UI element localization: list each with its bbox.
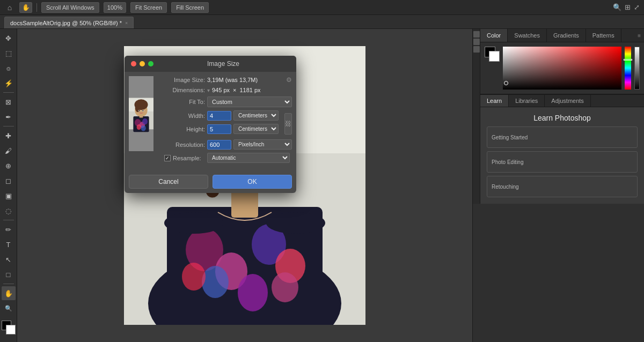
panel-collapse: ≡ bbox=[638, 29, 644, 42]
gear-icon[interactable]: ⚙ bbox=[286, 76, 292, 84]
side-icon-2[interactable] bbox=[473, 39, 480, 45]
ok-button[interactable]: OK bbox=[213, 175, 292, 189]
dim-arrow[interactable]: ▾ bbox=[207, 87, 210, 93]
height-row: Height: Centimeters Inches Pixels bbox=[162, 124, 282, 134]
fit-screen-btn[interactable]: Fit Screen bbox=[130, 2, 167, 13]
fit-to-select[interactable]: Custom Original Size Letter A4 bbox=[207, 96, 292, 107]
tab-bar: docsSampleAltOrig.jpg @ 50% (RGB/8#) * × bbox=[0, 15, 644, 29]
height-unit-select[interactable]: Centimeters Inches Pixels bbox=[233, 124, 279, 134]
fit-to-row: Fit To: Custom Original Size Letter A4 bbox=[162, 96, 292, 107]
dialog-maximize-dot[interactable] bbox=[148, 61, 153, 66]
hand-tool[interactable]: ✋ bbox=[2, 286, 16, 300]
home-icon[interactable]: ⌂ bbox=[4, 2, 15, 13]
scroll-all-windows-btn[interactable]: Scroll All Windows bbox=[41, 2, 99, 13]
svg-point-9 bbox=[238, 274, 268, 311]
clone-tool[interactable]: ⊕ bbox=[2, 159, 16, 173]
eyedropper-tool[interactable]: ✒ bbox=[2, 110, 16, 124]
dialog-minimize-dot[interactable] bbox=[140, 61, 145, 66]
gradient-picker[interactable] bbox=[503, 47, 621, 90]
dodge-tool[interactable]: ◌ bbox=[2, 204, 16, 218]
tab-libraries[interactable]: Libraries bbox=[509, 95, 545, 107]
height-input[interactable] bbox=[207, 124, 231, 134]
healing-tool[interactable]: ✚ bbox=[2, 129, 16, 143]
expand-icon[interactable]: ⤢ bbox=[634, 3, 640, 11]
learn-items: Getting Started Photo Editing Retouching bbox=[487, 127, 638, 197]
resolution-label: Resolution: bbox=[162, 142, 205, 148]
eraser-tool[interactable]: ◻ bbox=[2, 174, 16, 188]
resolution-input[interactable] bbox=[207, 140, 231, 150]
tab-learn[interactable]: Learn bbox=[480, 95, 509, 107]
opacity-bar[interactable] bbox=[634, 47, 640, 90]
resample-select[interactable]: Automatic Preserve Details Bicubic Smoot… bbox=[207, 153, 290, 163]
tab-swatches[interactable]: Swatches bbox=[508, 29, 547, 42]
dialog-buttons: Cancel OK bbox=[125, 170, 296, 193]
hue-handle[interactable] bbox=[624, 59, 632, 61]
quick-select-tool[interactable]: ⚡ bbox=[2, 76, 16, 90]
arrange-icon[interactable]: ⊞ bbox=[625, 3, 631, 11]
side-icon-3[interactable] bbox=[473, 46, 480, 53]
tool-separator-1 bbox=[3, 92, 14, 93]
marquee-tool[interactable]: ⬚ bbox=[2, 46, 16, 60]
tab-color[interactable]: Color bbox=[480, 29, 508, 42]
dialog-preview bbox=[129, 76, 153, 151]
text-tool[interactable]: T bbox=[2, 237, 16, 251]
width-label: Width: bbox=[162, 113, 205, 119]
gradient-tool[interactable]: ▣ bbox=[2, 189, 16, 203]
svg-rect-42 bbox=[140, 114, 143, 118]
resolution-row: Resolution: Pixels/Inch Pixels/Centimete… bbox=[162, 139, 292, 150]
hand-tool-icon[interactable]: ✋ bbox=[19, 2, 32, 13]
lasso-tool[interactable]: ⌾ bbox=[2, 61, 16, 75]
learn-item-2[interactable]: Photo Editing bbox=[487, 151, 638, 173]
path-select-tool[interactable]: ↖ bbox=[2, 252, 16, 266]
svg-point-35 bbox=[142, 110, 144, 111]
document-tab[interactable]: docsSampleAltOrig.jpg @ 50% (RGB/8#) * × bbox=[4, 17, 134, 28]
image-size-dialog: Image Size bbox=[125, 56, 296, 193]
tab-gradients[interactable]: Gradients bbox=[547, 29, 586, 42]
collapse-icon[interactable]: ≡ bbox=[638, 33, 641, 39]
fill-screen-btn[interactable]: Fill Screen bbox=[171, 2, 209, 13]
resolution-unit-select[interactable]: Pixels/Inch Pixels/Centimeter bbox=[233, 139, 292, 150]
tool-separator-2 bbox=[3, 126, 14, 127]
background-swatch[interactable] bbox=[489, 51, 500, 62]
left-toolbar: ✥ ⬚ ⌾ ⚡ ⊠ ✒ ✚ 🖌 ⊕ ◻ ▣ ◌ ✏ T ↖ □ ✋ 🔍 bbox=[0, 29, 17, 342]
learn-title: Learn Photoshop bbox=[487, 114, 638, 122]
search-icon[interactable]: 🔍 bbox=[613, 3, 621, 11]
gradient-picker-handle[interactable] bbox=[504, 81, 508, 85]
hue-bar[interactable] bbox=[625, 47, 631, 90]
learn-item-1[interactable]: Getting Started bbox=[487, 127, 638, 148]
resample-checkbox[interactable]: ✓ bbox=[164, 155, 171, 161]
resample-label: Resample: bbox=[173, 155, 205, 161]
chain-link-icon[interactable]: ⛓ bbox=[284, 113, 292, 135]
svg-point-41 bbox=[141, 125, 146, 131]
cancel-button[interactable]: Cancel bbox=[129, 175, 208, 189]
learn-item-3[interactable]: Retouching bbox=[487, 176, 638, 197]
tab-adjustments[interactable]: Adjustments bbox=[545, 95, 591, 107]
tab-patterns[interactable]: Patterns bbox=[586, 29, 621, 42]
fg-bg-swatches-container bbox=[485, 47, 500, 62]
move-tool[interactable]: ✥ bbox=[2, 31, 16, 45]
svg-point-11 bbox=[182, 263, 206, 291]
svg-point-40 bbox=[137, 124, 141, 130]
color-picker bbox=[480, 42, 644, 94]
zoom-level[interactable]: 100% bbox=[104, 2, 126, 13]
brush-tool[interactable]: 🖌 bbox=[2, 144, 16, 158]
dim-x: × bbox=[233, 87, 236, 93]
width-input[interactable] bbox=[207, 111, 231, 121]
width-height-section: Width: Centimeters Inches Pixels H bbox=[162, 110, 292, 137]
zoom-tool[interactable]: 🔍 bbox=[2, 301, 16, 315]
side-icon-1[interactable] bbox=[473, 31, 480, 38]
width-unit-select[interactable]: Centimeters Inches Pixels bbox=[233, 110, 279, 121]
shape-tool[interactable]: □ bbox=[2, 267, 16, 281]
width-height-fields: Width: Centimeters Inches Pixels H bbox=[162, 110, 282, 137]
svg-point-34 bbox=[138, 110, 140, 111]
dialog-close-dot[interactable] bbox=[131, 61, 136, 66]
dimensions-label: Dimensions: bbox=[162, 87, 205, 93]
pen-tool[interactable]: ✏ bbox=[2, 222, 16, 236]
fit-to-label: Fit To: bbox=[162, 99, 205, 105]
background-color[interactable] bbox=[6, 325, 16, 334]
top-bar: ⌂ ✋ Scroll All Windows 100% Fit Screen F… bbox=[0, 0, 644, 15]
learn-panel-tabs: Learn Libraries Adjustments bbox=[480, 94, 644, 107]
tab-close-btn[interactable]: × bbox=[125, 20, 128, 26]
crop-tool[interactable]: ⊠ bbox=[2, 95, 16, 109]
svg-point-13 bbox=[266, 212, 325, 234]
